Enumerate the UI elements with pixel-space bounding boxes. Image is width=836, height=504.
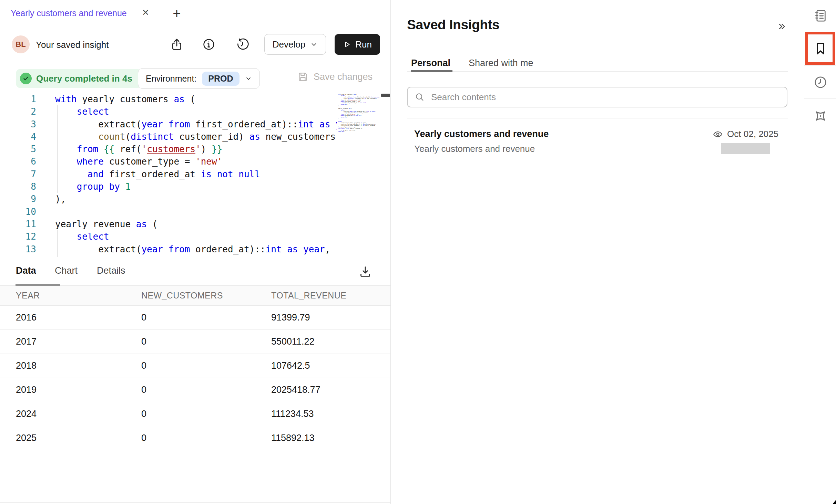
- search-box: [407, 87, 787, 107]
- new-tab-button[interactable]: +: [167, 4, 186, 23]
- history-button[interactable]: [236, 37, 250, 52]
- rail-divider: [804, 98, 836, 99]
- table-cell: 2024: [16, 409, 141, 419]
- share-button[interactable]: [170, 37, 184, 52]
- code-area[interactable]: 1with yearly_customers as (2 select3 ext…: [0, 93, 337, 255]
- table-cell: 111234.53: [271, 409, 390, 419]
- code-line[interactable]: 3 extract(year from first_ordered_at)::i…: [0, 118, 337, 130]
- tab-bar: Yearly customers and revenue ✕ +: [0, 0, 390, 27]
- info-button[interactable]: [202, 37, 216, 52]
- table-row: 2016091399.79: [0, 306, 390, 330]
- download-button[interactable]: [358, 263, 375, 280]
- line-number: 10: [0, 206, 36, 218]
- table-row: 20240111234.53: [0, 402, 390, 426]
- table-cell: 2025418.77: [271, 385, 390, 395]
- tab-divider: [162, 6, 162, 22]
- insight-item-meta: Oct 02, 2025: [708, 129, 778, 139]
- code-line[interactable]: 4 count(distinct customer_id) as new_cus…: [0, 130, 337, 143]
- history-icon: [236, 38, 250, 51]
- tab-close-icon[interactable]: ✕: [142, 8, 149, 18]
- right-icon-rail: [804, 0, 836, 504]
- code-line[interactable]: 12 select: [0, 230, 337, 243]
- sql-editor[interactable]: 1with yearly_customers as (2 select3 ext…: [0, 89, 390, 257]
- run-button[interactable]: Run: [335, 34, 380, 55]
- table-row: 201902025418.77: [0, 378, 390, 402]
- table-row: 20250115892.13: [0, 426, 390, 450]
- tab-chart[interactable]: Chart: [55, 265, 78, 276]
- code-line[interactable]: 6 where customer_type = 'new': [0, 155, 337, 168]
- journal-button[interactable]: [804, 5, 836, 27]
- column-header-year: YEAR: [16, 291, 141, 301]
- line-number: 3: [0, 118, 36, 130]
- download-icon: [358, 265, 375, 279]
- rail-divider: [804, 65, 836, 66]
- code-line[interactable]: 13 extract(year from ordered_at)::int as…: [0, 243, 337, 255]
- table-cell: 550011.22: [271, 336, 390, 347]
- avatar[interactable]: BL: [12, 35, 30, 53]
- chevron-down-icon: [310, 41, 318, 48]
- history-rail-button[interactable]: [804, 72, 836, 93]
- floppy-icon: [297, 71, 309, 83]
- rail-divider: [804, 130, 836, 130]
- saved-insights-panel: Saved Insights Personal Shared with me Y…: [391, 0, 804, 504]
- bookmarks-button-active[interactable]: [805, 32, 835, 65]
- journal-icon: [813, 9, 828, 23]
- table-cell: 0: [141, 336, 271, 347]
- line-number: 9: [0, 193, 36, 205]
- table-cell: 91399.79: [271, 312, 390, 323]
- environment-selector[interactable]: Environment: PROD: [138, 68, 260, 89]
- line-number: 11: [0, 218, 36, 230]
- insight-item-date: Oct 02, 2025: [727, 129, 778, 139]
- environment-value-badge: PROD: [202, 72, 239, 86]
- panel-title: Saved Insights: [407, 17, 499, 32]
- tab-personal[interactable]: Personal: [411, 58, 450, 69]
- code-line[interactable]: 5 from {{ ref('customers') }}: [0, 143, 337, 155]
- line-number: 1: [0, 93, 36, 105]
- line-number: 2: [0, 105, 36, 118]
- editor-section: Yearly customers and revenue ✕ + BL Your…: [0, 0, 390, 504]
- code-line[interactable]: 1with yearly_customers as (: [0, 93, 337, 105]
- table-cell: 2018: [16, 360, 141, 371]
- code-line[interactable]: 2 select: [0, 105, 337, 118]
- results-table-header: YEAR NEW_CUSTOMERS TOTAL_REVENUE: [0, 286, 390, 306]
- code-line[interactable]: 7 and first_ordered_at is not null: [0, 168, 337, 180]
- develop-label: Develop: [273, 39, 305, 50]
- tab-editor[interactable]: Yearly customers and revenue: [11, 8, 127, 18]
- dbt-icon: [813, 108, 828, 124]
- active-tab-underline: [411, 70, 452, 72]
- table-cell: 2016: [16, 312, 141, 323]
- table-cell: 0: [141, 385, 271, 395]
- tab-track: [407, 71, 788, 72]
- line-number: 13: [0, 243, 36, 255]
- minimap[interactable]: with yearly_customers as ( select extrac…: [338, 94, 381, 255]
- tab-shared-with-me[interactable]: Shared with me: [469, 58, 533, 69]
- code-line[interactable]: 11yearly_revenue as (: [0, 218, 337, 230]
- query-status-badge: Query completed in 4s: [16, 69, 141, 88]
- check-circle-icon: [20, 73, 32, 84]
- save-changes-button[interactable]: Save changes: [297, 71, 373, 83]
- table-cell: 2025: [16, 433, 141, 443]
- code-line[interactable]: 8 group by 1: [0, 180, 337, 193]
- tab-details[interactable]: Details: [97, 265, 125, 276]
- table-cell: 107642.5: [271, 360, 390, 371]
- app-window: Yearly customers and revenue ✕ + BL Your…: [0, 0, 836, 504]
- table-cell: 115892.13: [271, 433, 390, 443]
- query-status-text: Query completed in 4s: [36, 73, 132, 84]
- play-icon: [343, 40, 351, 49]
- search-input[interactable]: [431, 92, 760, 103]
- environment-label: Environment:: [146, 74, 196, 84]
- dbt-explore-button[interactable]: [804, 105, 836, 127]
- develop-dropdown[interactable]: Develop: [264, 34, 326, 55]
- code-line[interactable]: 10: [0, 206, 337, 218]
- tab-data[interactable]: Data: [16, 265, 36, 276]
- clock-icon: [813, 75, 828, 90]
- table-cell: 0: [141, 360, 271, 371]
- line-number: 6: [0, 155, 36, 168]
- save-changes-label: Save changes: [314, 72, 373, 82]
- editor-scrollbar-thumb[interactable]: [381, 94, 390, 97]
- insight-title: Your saved insight: [36, 40, 109, 50]
- insight-item-title[interactable]: Yearly customers and revenue: [414, 129, 549, 139]
- collapse-panel-button[interactable]: [776, 21, 787, 32]
- code-line[interactable]: 9),: [0, 193, 337, 205]
- toolbar: BL Your saved insight: [0, 28, 390, 61]
